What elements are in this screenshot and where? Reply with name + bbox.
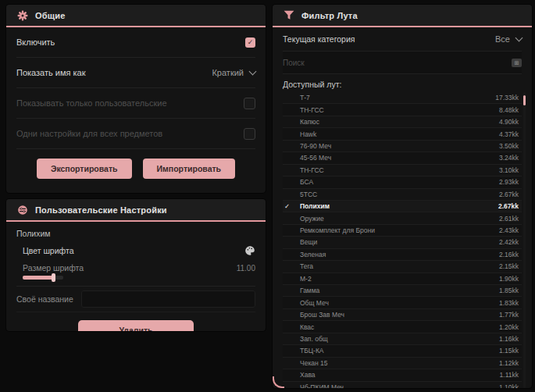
loot-row[interactable]: 45-56 Меч3.24kk [283, 152, 522, 164]
loot-row[interactable]: Чекан 151.12kk [283, 358, 522, 369]
loot-value: 1.90kk [499, 275, 519, 283]
loot-name: БСА [295, 178, 499, 186]
loot-row[interactable]: Гамма1.85kk [283, 285, 522, 297]
only-custom-row: Показывать только пользовательские [16, 88, 255, 119]
loot-name: 45-56 Меч [295, 154, 499, 162]
palette-icon[interactable] [244, 245, 255, 256]
loot-name: Хава [295, 371, 500, 379]
loot-row[interactable]: Вещи2.42kk [283, 237, 522, 248]
loot-name: Общ Меч [295, 299, 499, 307]
search-options-icon[interactable]: ⊞ [512, 59, 522, 67]
loot-value: 1.20kk [499, 323, 519, 331]
loot-row[interactable]: Хава1.11kk [283, 369, 522, 381]
loot-row[interactable]: ТБЦ-КА1.15kk [283, 345, 522, 357]
loot-name: Т-7 [295, 94, 495, 102]
loot-name: Зеленая [295, 251, 499, 258]
dropdown-value: Все [495, 34, 510, 44]
font-color-row: Цвет шрифта [16, 241, 255, 260]
import-button[interactable]: Импортировать [143, 159, 236, 179]
general-panel-header: Общие [6, 5, 266, 26]
loot-filter-panel: Фильтр Лута Текущая категория Все ⊞ Дост… [273, 5, 532, 388]
enable-checkbox[interactable]: ✓ [245, 37, 255, 48]
font-size-slider[interactable] [23, 276, 63, 280]
loot-name: Зап. общ [295, 335, 499, 343]
loot-value: 2.61kk [499, 215, 519, 223]
scrollbar-track[interactable] [523, 92, 526, 388]
panel-title: Фильтр Лута [301, 11, 358, 20]
loot-value: 17.33kk [495, 94, 519, 102]
font-color-label: Цвет шрифта [23, 246, 74, 255]
custom-settings-header: Пользовательские Настройки [6, 199, 266, 220]
loot-value: 2.43kk [499, 226, 519, 234]
check-icon: ✓ [284, 202, 295, 210]
loot-name: Чекан 15 [295, 359, 499, 367]
loot-name: 76-90 Меч [295, 142, 499, 150]
loot-row[interactable]: 76-90 Меч3.50kk [283, 141, 522, 152]
delete-button[interactable]: Удалить [78, 320, 193, 331]
loot-row[interactable]: Брош Зав Меч1.77kk [283, 309, 522, 321]
loot-name: Чб-ПКИМ Меч [295, 383, 499, 388]
loot-name: ТН-ГСС [295, 106, 499, 114]
category-dropdown[interactable]: Все [495, 34, 522, 44]
search-input[interactable] [283, 59, 505, 67]
gear-icon [17, 10, 28, 21]
same-settings-checkbox[interactable] [244, 128, 255, 140]
only-custom-checkbox[interactable] [244, 98, 255, 109]
loot-row[interactable]: М-21.90kk [283, 273, 522, 285]
loot-row[interactable]: Чб-ПКИМ Меч1.10kk [283, 382, 522, 389]
loot-value: 3.10kk [499, 166, 519, 174]
loot-row[interactable]: ТН-ГСС8.48kk [283, 104, 522, 116]
chevron-down-icon [515, 34, 523, 42]
dropdown-value: Краткий [212, 68, 244, 77]
loot-row[interactable]: Ремкомплект для Брони2.43kk [283, 225, 522, 237]
loot-name: М-2 [295, 275, 499, 283]
available-loot-label: Доступный лут: [283, 74, 522, 92]
loot-name: Квас [295, 323, 499, 331]
loot-value: 2.67kk [499, 191, 519, 198]
loot-value: 3.24kk [499, 154, 519, 162]
loot-row[interactable]: Тега2.15kk [283, 261, 522, 273]
export-button[interactable]: Экспортировать [37, 159, 132, 179]
loot-row[interactable]: Зап. общ1.16kk [283, 333, 522, 345]
display-name-dropdown[interactable]: Краткий [212, 68, 255, 77]
loot-value: 1.16kk [499, 335, 519, 343]
funnel-icon [284, 10, 294, 20]
loot-value: 4.37kk [499, 130, 519, 138]
loot-row[interactable]: Т-717.33kk [283, 92, 522, 104]
loot-row[interactable]: Зеленая2.16kk [283, 249, 522, 261]
loot-row[interactable]: Общ Меч1.83kk [283, 297, 522, 308]
user-settings-icon [17, 205, 28, 216]
loot-value: 2.93kk [499, 178, 519, 186]
loot-value: 1.15kk [499, 347, 519, 355]
font-size-value: 11.00 [237, 264, 255, 273]
slider-handle[interactable] [52, 273, 55, 282]
loot-value: 2.15kk [499, 262, 519, 270]
export-import-row: Экспортировать Импортировать [16, 149, 255, 187]
custom-name-input[interactable] [81, 290, 255, 308]
loot-row[interactable]: Hawk4.37kk [283, 128, 522, 140]
loot-row[interactable]: БСА2.93kk [283, 176, 522, 188]
loot-row[interactable]: 5ТСС2.67kk [283, 189, 522, 201]
general-panel: Общие Включить ✓ Показать имя как Кратки… [6, 5, 266, 193]
loot-row[interactable]: ТН-ГСС3.10kk [283, 165, 522, 176]
loot-name: Полихим [295, 202, 498, 210]
loot-row[interactable]: Оружие2.61kk [283, 212, 522, 224]
mod-config-screen: Общие Включить ✓ Показать имя как Кратки… [0, 0, 535, 392]
custom-name-row: Своё название [16, 287, 255, 312]
loot-row[interactable]: ✓Полихим2.67kk [283, 201, 522, 212]
loot-value: 4.90kk [499, 118, 519, 126]
loot-value: 2.42kk [499, 238, 519, 246]
loot-row[interactable]: Квас1.20kk [283, 321, 522, 333]
loot-list: Т-717.33kkТН-ГСС8.48kkКапюс4.90kkHawk4.3… [283, 92, 526, 388]
custom-settings-panel: Пользовательские Настройки Полихим Цвет … [6, 199, 266, 331]
loot-name: Вещи [295, 238, 499, 246]
loot-value: 1.11kk [500, 371, 519, 379]
loot-value: 1.10kk [499, 383, 519, 388]
loot-value: 1.83kk [499, 299, 519, 307]
font-size-slider-wrap [16, 276, 255, 287]
loot-row[interactable]: Капюс4.90kk [283, 116, 522, 128]
right-column: Фильтр Лута Текущая категория Все ⊞ Дост… [273, 5, 532, 392]
loot-name: ТН-ГСС [295, 166, 499, 174]
loot-name: Оружие [295, 215, 499, 223]
scrollbar-thumb[interactable] [523, 95, 526, 105]
